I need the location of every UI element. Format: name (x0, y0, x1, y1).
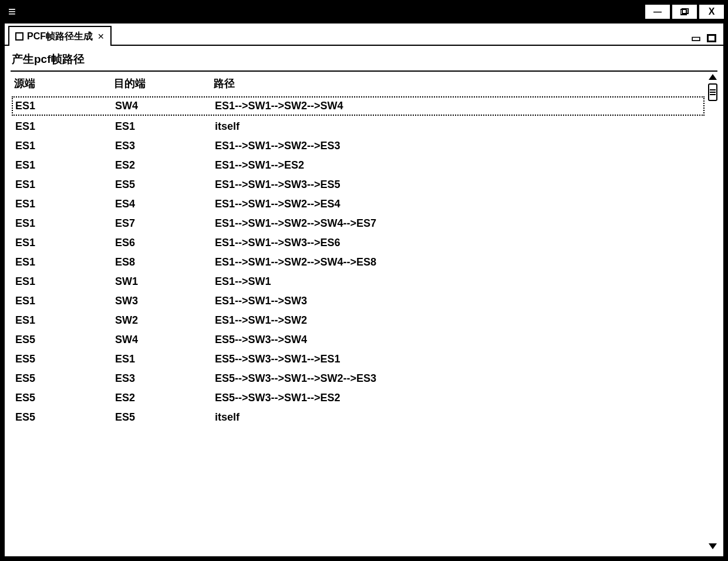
table-row[interactable]: ES1SW3ES1-->SW1-->SW3 (12, 291, 705, 311)
table-row[interactable]: ES1ES3ES1-->SW1-->SW2-->ES3 (12, 136, 705, 156)
cell-source: ES1 (15, 100, 115, 112)
table-row[interactable]: ES5ES2ES5-->SW3-->SW1-->ES2 (12, 388, 705, 408)
cell-destination: ES2 (115, 392, 215, 404)
cell-destination: SW2 (115, 314, 215, 327)
vertical-scrollbar[interactable] (706, 73, 720, 553)
table-row[interactable]: ES1SW1ES1-->SW1 (12, 272, 705, 291)
minimize-button[interactable]: — (645, 4, 670, 19)
close-button[interactable]: X (699, 4, 724, 19)
table-row[interactable]: ES1ES1itself (12, 117, 705, 136)
cell-destination: ES1 (115, 353, 215, 365)
cell-destination: ES4 (115, 198, 215, 210)
cell-destination: SW1 (115, 276, 215, 288)
table-row[interactable]: ES1ES4ES1-->SW1-->SW2-->ES4 (12, 194, 705, 214)
tab-bar: PCF帧路径生成 ✕ ▭ (5, 23, 723, 46)
cell-path: ES1-->SW1 (215, 276, 701, 288)
cell-source: ES5 (15, 411, 115, 424)
cell-destination: ES5 (115, 411, 215, 424)
cell-path: ES1-->SW1-->ES2 (215, 159, 701, 172)
column-header-path[interactable]: 路径 (214, 76, 702, 90)
file-icon (15, 32, 23, 41)
scroll-down-icon[interactable] (709, 543, 717, 549)
maximize-button[interactable] (672, 4, 697, 19)
view-minimize-icon[interactable]: ▭ (691, 32, 701, 45)
cell-destination: ES1 (115, 120, 215, 133)
cell-source: ES5 (15, 353, 115, 365)
table-row[interactable]: ES1ES5ES1-->SW1-->SW3-->ES5 (12, 175, 705, 194)
cell-path: ES1-->SW1-->SW3-->ES5 (215, 179, 701, 191)
column-header-source[interactable]: 源端 (14, 76, 114, 90)
cell-source: ES5 (15, 392, 115, 404)
cell-destination: SW4 (115, 100, 215, 112)
table-row[interactable]: ES1SW4ES1-->SW1-->SW2-->SW4 (12, 96, 705, 116)
cell-source: ES1 (15, 140, 115, 152)
cell-destination: SW3 (115, 295, 215, 307)
cell-source: ES5 (15, 334, 115, 346)
cell-path: ES1-->SW1-->SW3 (215, 295, 701, 307)
cell-source: ES1 (15, 159, 115, 172)
divider (11, 70, 717, 72)
window-controls: — X (645, 4, 724, 19)
panel-title: 产生pcf帧路径 (5, 46, 723, 70)
table-wrap: 源端 目的端 路径 ES1SW4ES1-->SW1-->SW2-->SW4ES1… (11, 73, 720, 553)
cell-source: ES1 (15, 237, 115, 249)
cell-path: ES1-->SW1-->SW2-->SW4 (215, 100, 701, 112)
cell-source: ES1 (15, 179, 115, 191)
scroll-thumb[interactable] (708, 83, 717, 101)
hamburger-menu-icon[interactable]: ≡ (4, 5, 21, 18)
cell-destination: ES6 (115, 237, 215, 249)
cell-path: ES1-->SW1-->SW2 (215, 314, 701, 327)
view-maximize-icon[interactable] (707, 34, 716, 42)
table-row[interactable]: ES1ES6ES1-->SW1-->SW3-->ES6 (12, 233, 705, 253)
cell-path: ES5-->SW3-->SW4 (215, 334, 701, 346)
title-bar: ≡ — X (4, 4, 724, 20)
cell-destination: ES5 (115, 179, 215, 191)
column-header-destination[interactable]: 目的端 (114, 76, 214, 90)
tab-bar-controls: ▭ (691, 32, 720, 45)
cell-source: ES1 (15, 217, 115, 230)
cell-destination: ES7 (115, 217, 215, 230)
cell-path: ES5-->SW3-->SW1-->ES1 (215, 353, 701, 365)
cell-source: ES1 (15, 276, 115, 288)
cell-path: itself (215, 411, 701, 424)
maximize-icon (680, 8, 689, 15)
cell-destination: SW4 (115, 334, 215, 346)
table-row[interactable]: ES5ES3ES5-->SW3-->SW1-->SW2-->ES3 (12, 369, 705, 388)
cell-path: ES5-->SW3-->SW1-->SW2-->ES3 (215, 372, 701, 385)
cell-path: ES1-->SW1-->SW2-->SW4-->ES8 (215, 256, 701, 268)
table-row[interactable]: ES1ES8ES1-->SW1-->SW2-->SW4-->ES8 (12, 253, 705, 272)
cell-path: ES1-->SW1-->SW2-->ES4 (215, 198, 701, 210)
table-row[interactable]: ES1SW2ES1-->SW1-->SW2 (12, 311, 705, 330)
cell-source: ES1 (15, 120, 115, 133)
cell-source: ES1 (15, 198, 115, 210)
cell-destination: ES2 (115, 159, 215, 172)
table: 源端 目的端 路径 ES1SW4ES1-->SW1-->SW2-->SW4ES1… (11, 73, 706, 553)
table-row[interactable]: ES5ES1ES5-->SW3-->SW1-->ES1 (12, 350, 705, 369)
cell-destination: ES8 (115, 256, 215, 268)
cell-source: ES1 (15, 295, 115, 307)
cell-source: ES1 (15, 314, 115, 327)
cell-path: ES1-->SW1-->SW2-->SW4-->ES7 (215, 217, 701, 230)
table-body: ES1SW4ES1-->SW1-->SW2-->SW4ES1ES1itselfE… (11, 94, 706, 428)
scroll-up-icon[interactable] (709, 74, 717, 80)
cell-path: ES1-->SW1-->SW3-->ES6 (215, 237, 701, 249)
cell-destination: ES3 (115, 140, 215, 152)
cell-path: ES1-->SW1-->SW2-->ES3 (215, 140, 701, 152)
table-header-row: 源端 目的端 路径 (11, 73, 706, 94)
table-row[interactable]: ES5ES5itself (12, 408, 705, 427)
cell-source: ES5 (15, 372, 115, 385)
cell-source: ES1 (15, 256, 115, 268)
cell-path: ES5-->SW3-->SW1-->ES2 (215, 392, 701, 404)
tab-pcf-path-gen[interactable]: PCF帧路径生成 ✕ (8, 26, 112, 46)
table-row[interactable]: ES1ES2ES1-->SW1-->ES2 (12, 156, 705, 175)
cell-path: itself (215, 120, 701, 133)
window-frame: ≡ — X PCF帧路径生成 ✕ ▭ 产生pcf帧路径 (0, 0, 728, 561)
cell-destination: ES3 (115, 372, 215, 385)
tab-label: PCF帧路径生成 (27, 31, 93, 43)
table-row[interactable]: ES5SW4ES5-->SW3-->SW4 (12, 330, 705, 350)
table-row[interactable]: ES1ES7ES1-->SW1-->SW2-->SW4-->ES7 (12, 214, 705, 233)
tab-close-button[interactable]: ✕ (97, 32, 105, 41)
client-area: PCF帧路径生成 ✕ ▭ 产生pcf帧路径 源端 目的端 路径 ES1SW4ES… (4, 22, 724, 557)
